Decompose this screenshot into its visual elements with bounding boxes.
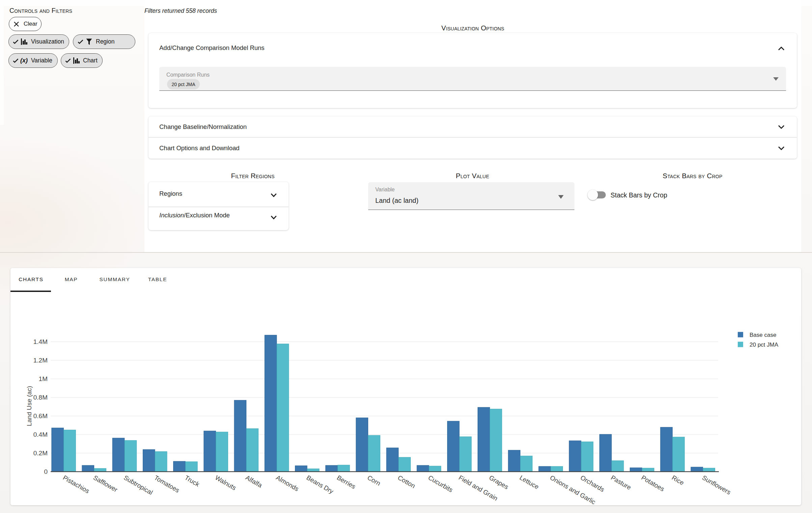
svg-text:Safflower: Safflower: [92, 474, 119, 493]
svg-text:Berries: Berries: [336, 474, 357, 490]
svg-text:Lettuce: Lettuce: [518, 474, 540, 490]
svg-text:Orchards: Orchards: [579, 474, 605, 493]
svg-text:Rice: Rice: [671, 474, 685, 486]
svg-text:Alfalfa: Alfalfa: [244, 474, 264, 489]
svg-text:Sunflowers: Sunflowers: [701, 474, 732, 496]
svg-text:1M: 1M: [39, 375, 48, 382]
svg-text:Pasture: Pasture: [610, 474, 632, 491]
svg-text:0.4M: 0.4M: [33, 431, 48, 438]
svg-text:0: 0: [44, 468, 48, 475]
svg-text:Beans Dry: Beans Dry: [305, 474, 335, 495]
svg-text:Walnuts: Walnuts: [214, 474, 237, 491]
svg-text:1.2M: 1.2M: [33, 357, 48, 364]
svg-text:0.6M: 0.6M: [33, 412, 48, 420]
svg-text:Tomatoes: Tomatoes: [153, 474, 181, 494]
svg-text:Pistachios: Pistachios: [62, 474, 91, 494]
svg-text:Cotton: Cotton: [397, 474, 416, 489]
svg-text:Almonds: Almonds: [275, 474, 300, 492]
svg-text:1.4M: 1.4M: [33, 338, 48, 345]
svg-text:0.2M: 0.2M: [33, 450, 48, 457]
svg-text:Corn: Corn: [366, 474, 382, 487]
svg-text:Potatoes: Potatoes: [640, 474, 666, 493]
svg-text:Truck: Truck: [184, 474, 201, 488]
svg-text:Subtropical: Subtropical: [123, 474, 154, 496]
svg-text:20 pct JMA: 20 pct JMA: [750, 342, 779, 348]
svg-text:Grapes: Grapes: [488, 474, 510, 490]
svg-text:Base case: Base case: [750, 332, 776, 338]
svg-text:Land Use (ac): Land Use (ac): [26, 386, 33, 426]
svg-text:Cucurbits: Cucurbits: [427, 474, 454, 493]
svg-text:0.8M: 0.8M: [33, 394, 48, 401]
